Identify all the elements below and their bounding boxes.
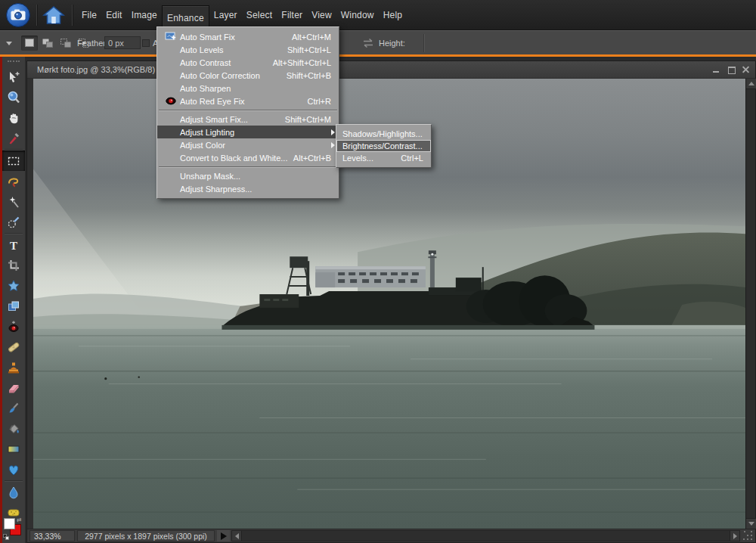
menubar-item-help[interactable]: Help (379, 0, 407, 30)
menu-icon-slot (162, 70, 180, 81)
swap-width-height-icon[interactable] (361, 38, 376, 51)
feather-label: Feather: (77, 39, 108, 48)
clone-stamp-tool[interactable] (2, 357, 25, 377)
menu-icon-slot (162, 82, 180, 94)
resize-grip[interactable] (744, 531, 753, 540)
menu-item-shortcut: Alt+Ctrl+B (293, 154, 339, 163)
menubar-item-view[interactable]: View (307, 0, 336, 30)
swap-colors-icon[interactable]: ⇄ (17, 517, 22, 523)
menu-item-unsharp-mask[interactable]: Unsharp Mask... (157, 169, 339, 182)
submenu-arrow-icon (331, 142, 335, 148)
svg-text:T: T (10, 239, 17, 251)
submenu-arrow-icon (331, 129, 335, 135)
move-tool[interactable] (2, 67, 25, 87)
status-flyout-button[interactable] (217, 530, 230, 541)
toolbox-grip[interactable] (8, 61, 20, 64)
foreground-color-swatch[interactable] (4, 518, 15, 529)
zoom-tool[interactable] (2, 87, 25, 107)
menu-item-levels[interactable]: Levels...Ctrl+L (336, 152, 431, 164)
eraser-tool[interactable] (2, 377, 25, 398)
magnetic-lasso-tool[interactable] (2, 171, 25, 191)
horizontal-scrollbar[interactable] (231, 530, 740, 541)
hand-tool[interactable] (2, 107, 25, 128)
eyedropper-tool[interactable] (2, 128, 25, 148)
menu-item-shortcut: Shift+Ctrl+M (285, 115, 339, 124)
menu-item-adjust-color[interactable]: Adjust Color (157, 138, 339, 151)
default-colors-icon[interactable] (5, 536, 9, 540)
quick-selection-tool[interactable] (2, 212, 25, 232)
menu-item-brightness-contrast[interactable]: Brightness/Contrast... (336, 140, 431, 152)
add-to-selection-icon[interactable] (39, 36, 56, 51)
menu-item-shortcut: Alt+Shift+Ctrl+L (273, 58, 339, 67)
crop-tool[interactable] (2, 255, 25, 275)
subtract-from-selection-icon[interactable] (57, 36, 74, 51)
menubar-item-filter[interactable]: Filter (277, 0, 307, 30)
menu-item-label: Auto Smart Fix (180, 33, 235, 42)
camera-logo-icon[interactable] (5, 2, 31, 28)
zoom-level-field[interactable]: 33,33% (29, 530, 75, 541)
menu-item-convert-to-black-and-white[interactable]: Convert to Black and White...Alt+Ctrl+B (157, 151, 339, 164)
menu-icon-slot (162, 170, 180, 182)
menu-bar: FileEditImageEnhanceLayerSelectFilterVie… (0, 0, 756, 30)
menu-item-adjust-lighting[interactable]: Adjust Lighting (157, 126, 339, 138)
menu-item-label: Adjust Smart Fix... (180, 115, 248, 124)
blur-tool[interactable] (2, 482, 25, 502)
menu-item-label: Unsharp Mask... (180, 172, 240, 181)
menubar-item-image[interactable]: Image (127, 0, 162, 30)
menubar-item-file[interactable]: File (77, 0, 101, 30)
vertical-scrollbar[interactable] (745, 79, 755, 529)
gradient-tool[interactable] (2, 439, 25, 459)
menubar-item-window[interactable]: Window (336, 0, 379, 30)
menubar-divider (72, 5, 73, 26)
menu-icon-slot (162, 126, 180, 138)
red-eye-icon (162, 95, 180, 107)
cookie-cutter-tool[interactable] (2, 275, 25, 296)
tool-presets-arrow-icon[interactable] (6, 42, 12, 45)
menu-item-shortcut: Ctrl+R (308, 97, 339, 106)
toolbox-divider (5, 149, 23, 150)
minimize-icon[interactable] (712, 66, 720, 73)
scroll-down-icon[interactable] (746, 518, 756, 529)
red-eye-removal-tool[interactable] (2, 316, 25, 337)
scroll-right-icon[interactable] (730, 531, 739, 541)
color-swatches: ⇄ (2, 518, 25, 541)
menu-item-label: Adjust Lighting (180, 128, 234, 137)
menubar-item-select[interactable]: Select (242, 0, 277, 30)
document-title-bar[interactable]: Mørkt foto.jpg @ 33,3%(RGB/8) (27, 61, 755, 79)
menu-item-auto-red-eye-fix[interactable]: Auto Red Eye FixCtrl+R (157, 95, 339, 107)
height-label: Height: (379, 39, 405, 48)
menubar-item-edit[interactable]: Edit (101, 0, 126, 30)
menu-item-auto-smart-fix[interactable]: Auto Smart FixAlt+Ctrl+M (157, 30, 339, 43)
shape-tool[interactable] (2, 459, 25, 479)
recompose-tool[interactable] (2, 296, 25, 316)
brush-tool[interactable] (2, 398, 25, 418)
menu-item-adjust-sharpness[interactable]: Adjust Sharpness... (157, 182, 339, 195)
feather-input[interactable] (104, 36, 141, 49)
menu-item-auto-contrast[interactable]: Auto ContrastAlt+Shift+Ctrl+L (157, 56, 339, 69)
menu-item-auto-color-correction[interactable]: Auto Color CorrectionShift+Ctrl+B (157, 69, 339, 82)
spot-healing-brush-tool[interactable] (2, 337, 25, 357)
antialias-checkbox[interactable] (142, 39, 150, 47)
menu-item-adjust-smart-fix[interactable]: Adjust Smart Fix...Shift+Ctrl+M (157, 113, 339, 126)
menubar-divider (36, 5, 37, 26)
paint-bucket-tool[interactable] (2, 418, 25, 439)
menubar-item-layer[interactable]: Layer (209, 0, 242, 30)
new-selection-icon[interactable] (21, 36, 38, 51)
scroll-left-icon[interactable] (232, 531, 242, 541)
menu-item-shortcut: Shift+Ctrl+L (287, 45, 339, 54)
home-icon[interactable] (42, 5, 65, 26)
close-icon[interactable] (742, 66, 751, 73)
type-tool[interactable]: T (2, 234, 25, 255)
rectangular-marquee-tool[interactable] (2, 150, 25, 171)
menu-icon-slot (162, 139, 180, 150)
menu-item-auto-levels[interactable]: Auto LevelsShift+Ctrl+L (157, 43, 339, 56)
menu-item-shortcut: Alt+Ctrl+M (292, 33, 339, 42)
magic-wand-tool[interactable] (2, 191, 25, 212)
scroll-up-icon[interactable] (746, 79, 756, 89)
tool-options-bar: Feather: Anti-alias Height: (0, 30, 756, 54)
menu-item-shadows-highlights[interactable]: Shadows/Highlights... (336, 128, 431, 140)
menu-item-auto-sharpen[interactable]: Auto Sharpen (157, 82, 339, 95)
menubar-items: FileEditImageEnhanceLayerSelectFilterVie… (77, 0, 407, 30)
maximize-icon[interactable] (727, 66, 736, 73)
menu-item-label: Brightness/Contrast... (342, 141, 423, 150)
